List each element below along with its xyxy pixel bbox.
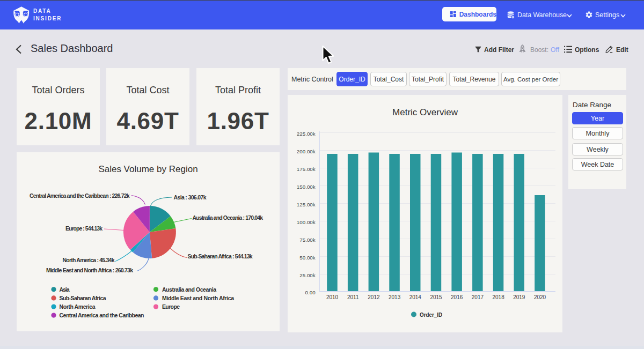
svg-text:0.00: 0.00 — [305, 289, 316, 295]
svg-text:Australia and Oceania: Australia and Oceania — [162, 286, 216, 293]
svg-text:2010: 2010 — [326, 294, 339, 300]
svg-text:2013: 2013 — [389, 294, 401, 300]
svg-text:Europe : 544.13k: Europe : 544.13k — [65, 225, 103, 232]
svg-text:2018: 2018 — [492, 294, 504, 300]
svg-text:2011: 2011 — [347, 294, 359, 300]
svg-text:2012: 2012 — [368, 294, 380, 300]
svg-text:North America: North America — [60, 303, 96, 310]
svg-text:Order_ID: Order_ID — [420, 311, 442, 318]
svg-text:Central America and the Caribb: Central America and the Caribbean : 226.… — [30, 192, 130, 199]
svg-text:Asia: Asia — [60, 286, 70, 293]
svg-text:100.00k: 100.00k — [297, 219, 316, 225]
svg-text:225.00k: 225.00k — [297, 131, 316, 137]
svg-text:Sub-Saharan Africa : 544.13k: Sub-Saharan Africa : 544.13k — [188, 253, 253, 259]
svg-text:Australia and Oceania : 170.04: Australia and Oceania : 170.04k — [193, 214, 264, 221]
svg-text:North America : 45.34k: North America : 45.34k — [63, 257, 115, 263]
svg-text:2020: 2020 — [534, 294, 546, 300]
svg-text:200.00k: 200.00k — [297, 148, 316, 154]
svg-text:2017: 2017 — [472, 294, 484, 300]
svg-text:Central America and the Caribb: Central America and the Caribbean — [60, 312, 144, 318]
svg-text:50.00k: 50.00k — [299, 255, 316, 261]
svg-text:2015: 2015 — [430, 294, 442, 300]
svg-text:75.00k: 75.00k — [299, 237, 316, 243]
svg-text:Middle East and North Africa: Middle East and North Africa — [162, 295, 234, 301]
svg-text:2019: 2019 — [513, 294, 525, 300]
svg-text:2014: 2014 — [409, 294, 422, 300]
svg-text:25.00k: 25.00k — [299, 272, 316, 278]
svg-text:175.00k: 175.00k — [297, 166, 316, 172]
svg-text:Europe: Europe — [162, 303, 180, 310]
svg-text:Sub-Saharan Africa: Sub-Saharan Africa — [60, 295, 106, 301]
svg-text:2016: 2016 — [451, 294, 463, 300]
svg-text:150.00k: 150.00k — [297, 184, 316, 190]
svg-text:Asia : 306.07k: Asia : 306.07k — [174, 194, 207, 201]
svg-text:Middle East and North Africa :: Middle East and North Africa : 260.73k — [46, 267, 133, 273]
svg-text:125.00k: 125.00k — [297, 202, 316, 207]
